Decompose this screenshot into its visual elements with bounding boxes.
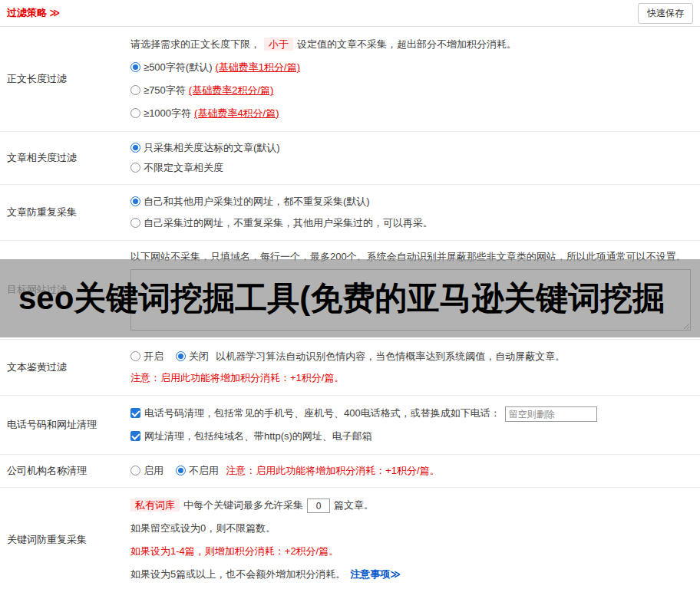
checkbox-icon[interactable] — [130, 408, 140, 418]
line1-text: 中每个关键词最多允许采集 — [183, 499, 303, 511]
radio-icon[interactable] — [130, 85, 140, 95]
row-label-dedup: 文章防重复采集 — [0, 185, 129, 240]
keyword-dedup-line4: 如果设为5篇或以上，也不会额外增加积分消耗。注意事项≫ — [130, 563, 694, 586]
option-text: ≥1000字符 — [144, 107, 191, 119]
highlight-less-than: 小于 — [264, 38, 293, 51]
content-length-intro: 请选择需求的正文长度下限，小于设定值的文章不采集，超出部分不增加积分消耗。 — [130, 33, 694, 56]
row-content-length: 正文长度过滤 请选择需求的正文长度下限，小于设定值的文章不采集，超出部分不增加积… — [0, 27, 700, 132]
quick-save-button[interactable]: 快速保存 — [638, 3, 693, 24]
option-relevance-any[interactable]: 不限定文章相关度 — [130, 158, 694, 178]
option-porn-off[interactable]: 关闭 — [176, 350, 209, 362]
row-label-relevance: 文章相关度过滤 — [0, 132, 129, 184]
keyword-dedup-line3: 如果设为1-4篇，则增加积分消耗：+2积分/篇。 — [130, 540, 694, 563]
row-keyword-dedup: 关键词防重复采集 私有词库中每个关键词最多允许采集篇文章。 如果留空或设为0，则… — [0, 488, 700, 589]
option-porn-on[interactable]: 开启 — [130, 350, 163, 362]
option-dedup-self-only[interactable]: 自己采集过的网址，不重复采集，其他用户采集过的，可以再采。 — [130, 212, 694, 234]
option-text: 自己采集过的网址，不重复采集，其他用户采集过的，可以再采。 — [144, 217, 433, 229]
filter-strategy-page: 过滤策略 ≫ 快速保存 正文长度过滤 请选择需求的正文长度下限，小于设定值的文章… — [0, 0, 700, 589]
option-text: 关闭 — [189, 350, 209, 362]
row-relevance: 文章相关度过滤 只采集相关度达标的文章(默认) 不限定文章相关度 — [0, 132, 700, 185]
max-articles-input[interactable] — [307, 499, 330, 513]
watermark-overlay: seo关键词挖掘工具(免费的亚马逊关键词挖掘 — [0, 259, 700, 337]
option-dedup-all-users[interactable]: 自己和其他用户采集过的网址，都不重复采集(默认) — [130, 191, 694, 212]
watermark-text: seo关键词挖掘工具(免费的亚马逊关键词挖掘 — [18, 277, 665, 320]
row-label-company-clean: 公司机构名称清理 — [0, 455, 129, 487]
row-content-content-length: 请选择需求的正文长度下限，小于设定值的文章不采集，超出部分不增加积分消耗。 ≥5… — [129, 27, 700, 131]
checkbox-icon[interactable] — [130, 431, 140, 441]
option-company-off[interactable]: 不启用 — [176, 465, 219, 476]
option-text: 启用 — [144, 465, 163, 476]
radio-icon[interactable] — [130, 163, 140, 173]
option-text: 电话号码清理，包括常见的手机号、座机号、400电话格式，或替换成如下电话： — [144, 407, 500, 419]
row-content-porn-filter: 开启 关闭 以机器学习算法自动识别色情内容，当色情概率达到系统阈值，自动屏蔽文章… — [129, 340, 700, 395]
fee-note: (基础费率4积分/篇) — [194, 107, 279, 119]
option-text: ≥750字符 — [144, 84, 186, 96]
row-dedup: 文章防重复采集 自己和其他用户采集过的网址，都不重复采集(默认) 自己采集过的网… — [0, 185, 700, 241]
page-header: 过滤策略 ≫ 快速保存 — [0, 0, 700, 27]
intro-text-post: 设定值的文章不采集，超出部分不增加积分消耗。 — [297, 38, 517, 50]
row-label-porn-filter: 文本鉴黄过滤 — [0, 340, 129, 395]
porn-filter-note: 注意：启用此功能将增加积分消耗：+1积分/篇。 — [130, 367, 694, 389]
option-text: 不启用 — [189, 465, 219, 476]
company-clean-options: 启用 不启用 注意：启用此功能将增加积分消耗：+1积分/篇。 — [130, 461, 694, 481]
row-porn-filter: 文本鉴黄过滤 开启 关闭 以机器学习算法自动识别色情内容，当色情概率达到系统阈值… — [0, 340, 700, 396]
radio-icon[interactable] — [130, 62, 140, 72]
option-url-clean[interactable]: 网址清理，包括纯域名、带http(s)的网址、电子邮箱 — [130, 425, 694, 448]
row-phone-url-clean: 电话号码和网址清理 电话号码清理，包括常见的手机号、座机号、400电话格式，或替… — [0, 396, 700, 455]
row-label-keyword-dedup: 关键词防重复采集 — [0, 488, 129, 589]
notes-link[interactable]: 注意事项≫ — [350, 568, 401, 580]
keyword-dedup-line2: 如果留空或设为0，则不限篇数。 — [130, 517, 694, 540]
radio-icon[interactable] — [130, 351, 140, 361]
row-content-phone-url-clean: 电话号码清理，包括常见的手机号、座机号、400电话格式，或替换成如下电话： 网址… — [129, 396, 700, 454]
option-text: 自己和其他用户采集过的网址，都不重复采集(默认) — [144, 196, 370, 207]
fee-note: (基础费率1积分/篇) — [215, 61, 300, 73]
intro-text-pre: 请选择需求的正文长度下限， — [130, 38, 260, 50]
row-content-relevance: 只采集相关度达标的文章(默认) 不限定文章相关度 — [129, 132, 700, 184]
row-label-phone-url-clean: 电话号码和网址清理 — [0, 396, 129, 454]
porn-filter-desc: 以机器学习算法自动识别色情内容，当色情概率达到系统阈值，自动屏蔽文章。 — [216, 350, 565, 362]
option-company-on[interactable]: 启用 — [130, 465, 163, 476]
option-min-500[interactable]: ≥500字符(默认)(基础费率1积分/篇) — [130, 56, 694, 79]
porn-filter-options: 开启 关闭 以机器学习算法自动识别色情内容，当色情概率达到系统阈值，自动屏蔽文章… — [130, 346, 694, 367]
row-content-keyword-dedup: 私有词库中每个关键词最多允许采集篇文章。 如果留空或设为0，则不限篇数。 如果设… — [129, 488, 700, 589]
line1-text-post: 篇文章。 — [334, 499, 374, 511]
radio-icon[interactable] — [176, 466, 186, 475]
radio-icon[interactable] — [130, 218, 140, 228]
option-min-750[interactable]: ≥750字符(基础费率2积分/篇) — [130, 79, 694, 102]
row-label-content-length: 正文长度过滤 — [0, 27, 129, 131]
option-text: 开启 — [144, 350, 163, 362]
company-clean-note: 注意：启用此功能将增加积分消耗：+1积分/篇。 — [226, 465, 439, 476]
radio-icon[interactable] — [130, 108, 140, 118]
highlight-private-lexicon: 私有词库 — [130, 499, 180, 512]
row-company-clean: 公司机构名称清理 启用 不启用 注意：启用此功能将增加积分消耗：+1积分/篇。 — [0, 455, 700, 488]
option-min-1000[interactable]: ≥1000字符(基础费率4积分/篇) — [130, 102, 694, 125]
option-relevance-strict[interactable]: 只采集相关度达标的文章(默认) — [130, 138, 694, 158]
option-text: 网址清理，包括纯域名、带http(s)的网址、电子邮箱 — [144, 430, 372, 442]
option-phone-clean[interactable]: 电话号码清理，包括常见的手机号、座机号、400电话格式，或替换成如下电话： — [130, 402, 694, 425]
radio-icon[interactable] — [176, 351, 186, 361]
row-content-company-clean: 启用 不启用 注意：启用此功能将增加积分消耗：+1积分/篇。 — [129, 455, 700, 487]
radio-icon[interactable] — [130, 143, 140, 153]
radio-icon[interactable] — [130, 196, 140, 206]
keyword-dedup-line1: 私有词库中每个关键词最多允许采集篇文章。 — [130, 494, 694, 517]
phone-replacement-input[interactable] — [505, 406, 597, 422]
option-text: 只采集相关度达标的文章(默认) — [144, 142, 280, 153]
row-content-dedup: 自己和其他用户采集过的网址，都不重复采集(默认) 自己采集过的网址，不重复采集，… — [129, 185, 700, 240]
option-text: 不限定文章相关度 — [144, 162, 223, 173]
option-text: ≥500字符(默认) — [144, 61, 212, 73]
page-title[interactable]: 过滤策略 ≫ — [7, 6, 60, 20]
radio-icon[interactable] — [130, 466, 140, 475]
fee-note: (基础费率2积分/篇) — [189, 84, 274, 96]
line4-text: 如果设为5篇或以上，也不会额外增加积分消耗。 — [130, 568, 345, 580]
